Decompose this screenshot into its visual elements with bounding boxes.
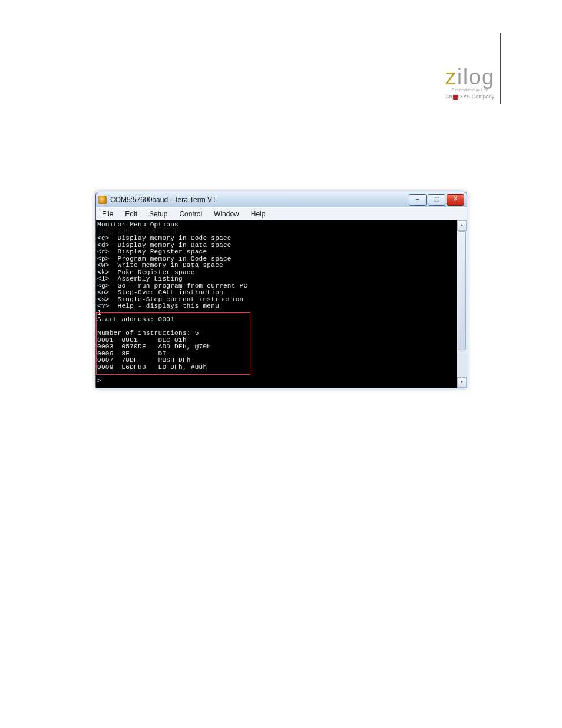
menu-setup[interactable]: Setup bbox=[147, 209, 170, 219]
window-controls: – ▢ X bbox=[408, 194, 464, 206]
logo-wordmark: zilog bbox=[445, 65, 495, 90]
scroll-up-button[interactable]: ▴ bbox=[457, 220, 467, 231]
terminal-wrap: Monitor Menu Options ===================… bbox=[96, 220, 467, 388]
menu-help[interactable]: Help bbox=[249, 209, 268, 219]
minimize-button[interactable]: – bbox=[409, 194, 427, 206]
menu-control[interactable]: Control bbox=[177, 209, 204, 219]
maximize-button[interactable]: ▢ bbox=[428, 194, 445, 206]
window-titlebar[interactable]: COM5:57600baud - Tera Term VT – ▢ X bbox=[96, 192, 467, 207]
menu-edit[interactable]: Edit bbox=[123, 209, 140, 219]
brand-logo: zilog Embedded in Life AnIXYS Company bbox=[445, 65, 495, 100]
scroll-down-button[interactable]: ▾ bbox=[457, 377, 467, 388]
logo-square-icon bbox=[453, 95, 458, 100]
page-right-edge bbox=[500, 33, 501, 104]
menubar: File Edit Setup Control Window Help bbox=[96, 207, 467, 220]
app-icon bbox=[98, 196, 107, 204]
menu-window[interactable]: Window bbox=[211, 209, 242, 219]
window-title: COM5:57600baud - Tera Term VT bbox=[110, 196, 408, 204]
vertical-scrollbar[interactable]: ▴ ▾ bbox=[457, 220, 467, 388]
logo-tagline-1: Embedded in Life bbox=[445, 87, 495, 93]
scroll-thumb[interactable] bbox=[458, 231, 466, 350]
terminal-window: COM5:57600baud - Tera Term VT – ▢ X File… bbox=[95, 192, 467, 388]
terminal-output[interactable]: Monitor Menu Options ===================… bbox=[96, 220, 467, 388]
close-button[interactable]: X bbox=[447, 194, 464, 206]
menu-file[interactable]: File bbox=[100, 209, 115, 219]
logo-tagline-2: AnIXYS Company bbox=[445, 94, 495, 100]
